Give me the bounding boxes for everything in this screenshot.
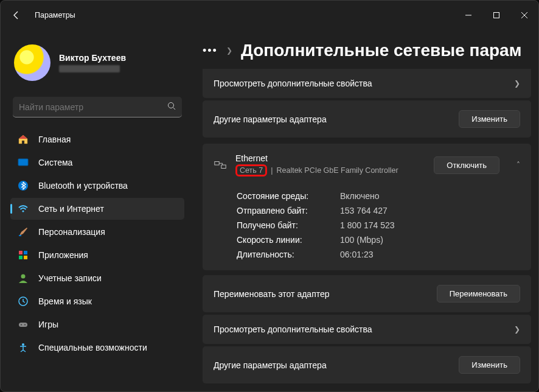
row-view-properties-2[interactable]: Просмотреть дополнительные свойства ❯ (203, 315, 531, 344)
main-panel: ••• ❯ Дополнительные сетевые парам Просм… (192, 30, 538, 391)
bluetooth-icon (18, 180, 29, 191)
svg-rect-12 (24, 256, 27, 259)
svg-point-16 (21, 324, 22, 326)
sidebar: Виктор Бухтеев ГлавнаяСистемаBluetooth и… (1, 30, 192, 391)
svg-point-2 (169, 102, 174, 108)
nav-item-home[interactable]: Главная (10, 128, 184, 150)
rename-button[interactable]: Переименовать (437, 285, 520, 303)
svg-rect-15 (19, 323, 27, 327)
settings-window: Параметры Виктор Бухтеев ГлавнаяСистемаB… (0, 0, 539, 392)
minimize-button[interactable] (454, 5, 482, 25)
system-icon (18, 157, 29, 168)
chevron-right-icon: ❯ (514, 79, 520, 88)
profile-name: Виктор Бухтеев (59, 53, 126, 63)
disable-button[interactable]: Отключить (434, 156, 499, 174)
row-other-adapter-params-2[interactable]: Другие параметры адаптера Изменить (203, 346, 531, 383)
svg-rect-4 (18, 159, 28, 166)
nav-item-time[interactable]: Время и язык (10, 290, 184, 312)
svg-rect-1 (494, 13, 499, 18)
avatar (14, 44, 50, 81)
svg-rect-8 (19, 235, 21, 236)
titlebar: Параметры (1, 1, 538, 30)
nav-item-system[interactable]: Система (10, 152, 184, 173)
nav-label: Учетные записи (38, 273, 102, 283)
row-other-adapter-params[interactable]: Другие параметры адаптера Изменить (203, 100, 531, 138)
nav-label: Приложения (38, 250, 88, 260)
adapter-hardware: Realtek PCIe GbE Family Controller (276, 166, 398, 175)
svg-point-13 (21, 275, 26, 279)
nav-item-gaming[interactable]: Игры (10, 313, 184, 335)
svg-point-17 (24, 324, 26, 326)
page-title: Дополнительные сетевые парам (241, 41, 522, 60)
nav-label: Главная (38, 135, 71, 144)
row-rename-adapter[interactable]: Переименовать этот адаптер Переименовать (203, 275, 531, 312)
nav-item-bluetooth[interactable]: Bluetooth и устройства (10, 175, 184, 197)
svg-point-7 (22, 210, 24, 212)
chevron-right-icon: ❯ (226, 46, 232, 55)
maximize-button[interactable] (482, 5, 510, 25)
chevron-right-icon: ❯ (514, 325, 520, 334)
close-button[interactable] (510, 5, 538, 25)
account-icon (18, 273, 29, 284)
breadcrumb-more[interactable]: ••• (203, 44, 218, 57)
row-view-properties[interactable]: Просмотреть дополнительные свойства ❯ (203, 69, 531, 98)
nav-label: Время и язык (38, 296, 92, 306)
svg-rect-10 (24, 251, 27, 254)
svg-rect-9 (19, 251, 23, 254)
network-name-highlighted: Сеть 7 (235, 164, 267, 177)
wifi-icon (18, 203, 29, 214)
ethernet-icon (214, 158, 227, 172)
breadcrumb: ••• ❯ Дополнительные сетевые парам (203, 41, 534, 60)
search-icon (167, 102, 176, 113)
search-input[interactable] (19, 102, 167, 112)
svg-line-3 (173, 107, 176, 110)
nav-item-personal[interactable]: Персонализация (10, 221, 184, 243)
nav-label: Персонализация (38, 227, 105, 237)
nav-label: Bluetooth и устройства (38, 181, 128, 191)
apps-icon (18, 250, 29, 261)
adapter-name: Ethernet (235, 153, 425, 163)
svg-point-18 (22, 343, 24, 346)
gaming-icon (18, 319, 29, 330)
home-icon (18, 134, 29, 145)
change-button[interactable]: Изменить (459, 110, 520, 128)
nav-item-apps[interactable]: Приложения (10, 244, 184, 266)
svg-rect-20 (221, 165, 226, 169)
nav-label: Игры (38, 320, 58, 329)
nav-label: Специальные возможности (38, 343, 147, 352)
svg-rect-11 (19, 256, 23, 259)
brush-icon (18, 226, 29, 237)
profile-email (59, 65, 120, 72)
back-button[interactable] (12, 10, 21, 20)
chevron-up-icon[interactable]: ˄ (516, 161, 520, 169)
adapter-header[interactable]: Ethernet Сеть 7 | Realtek PCIe GbE Famil… (203, 144, 531, 186)
nav-list: ГлавнаяСистемаBluetooth и устройстваСеть… (10, 128, 184, 359)
nav-label: Система (38, 158, 72, 167)
window-title: Параметры (35, 11, 75, 19)
nav-item-access[interactable]: Специальные возможности (10, 337, 184, 359)
access-icon (18, 342, 29, 353)
nav-item-network[interactable]: Сеть и Интернет (10, 198, 184, 220)
nav-label: Сеть и Интернет (38, 204, 104, 214)
svg-rect-19 (215, 162, 219, 166)
nav-item-accounts[interactable]: Учетные записи (10, 267, 184, 289)
adapter-card: Ethernet Сеть 7 | Realtek PCIe GbE Famil… (203, 144, 531, 270)
profile-block[interactable]: Виктор Бухтеев (10, 41, 184, 92)
time-icon (18, 296, 29, 307)
change-button-2[interactable]: Изменить (459, 356, 520, 374)
adapter-details: Состояние среды:Включено Отправлено байт… (203, 186, 531, 270)
search-box[interactable] (13, 97, 182, 117)
